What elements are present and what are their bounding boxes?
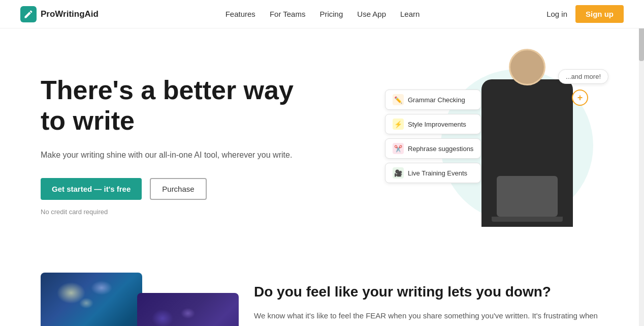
- rephrase-icon: ✂️: [393, 143, 404, 154]
- no-credit-card-text: No credit card required: [41, 208, 305, 216]
- person-body: [481, 79, 573, 227]
- hero-person: [471, 59, 583, 227]
- training-icon: 🎥: [393, 167, 404, 179]
- logo-text: ProWritingAid: [41, 9, 99, 19]
- nav-link-pricing[interactable]: Pricing: [319, 10, 343, 18]
- get-started-button[interactable]: Get started — it's free: [41, 178, 142, 200]
- feature-card-rephrase: ✂️ Rephrase suggestions: [385, 138, 481, 159]
- grammar-icon: ✏️: [393, 94, 404, 105]
- nav-item-for-teams[interactable]: For Teams: [270, 10, 306, 19]
- nav-link-for-teams[interactable]: For Teams: [270, 10, 306, 18]
- section-two-text: We know what it's like to feel the FEAR …: [254, 309, 603, 326]
- navbar: ProWritingAid Features For Teams Pricing…: [0, 0, 644, 28]
- painting-card-overlay: My idea in my head: [137, 293, 239, 326]
- feature-cards: ✏️ Grammar Checking ⚡ Style Improvements…: [385, 90, 481, 183]
- feature-card-style: ⚡ Style Improvements: [385, 114, 481, 134]
- hero-title: There's a better way to write: [41, 75, 305, 136]
- nav-link-use-app[interactable]: Use App: [357, 10, 386, 18]
- style-icon: ⚡: [393, 118, 404, 130]
- nav-link-features[interactable]: Features: [226, 10, 255, 18]
- nav-actions: Log in Sign up: [546, 5, 624, 23]
- hero-section: There's a better way to write Make your …: [0, 28, 644, 252]
- login-button[interactable]: Log in: [546, 10, 567, 18]
- nav-item-pricing[interactable]: Pricing: [319, 10, 343, 19]
- section-two-title: Do you feel like your writing lets you d…: [254, 283, 603, 301]
- feature-card-training-label: Live Training Events: [408, 169, 467, 177]
- hero-content: There's a better way to write Make your …: [41, 75, 305, 215]
- feature-card-rephrase-label: Rephrase suggestions: [408, 145, 473, 153]
- section-two: My idea in my head Do you feel like your…: [0, 252, 644, 326]
- hero-illustration: ✏️ Grammar Checking ⚡ Style Improvements…: [390, 59, 603, 232]
- and-more-badge: ...and more!: [558, 69, 608, 84]
- plus-badge: +: [572, 90, 588, 106]
- nav-link-learn[interactable]: Learn: [400, 10, 420, 18]
- nav-item-features[interactable]: Features: [226, 10, 255, 19]
- section-two-images: My idea in my head: [41, 273, 223, 326]
- feature-card-grammar: ✏️ Grammar Checking: [385, 90, 481, 110]
- hero-subtitle: Make your writing shine with our all-in-…: [41, 149, 305, 162]
- feature-card-grammar-label: Grammar Checking: [408, 96, 465, 104]
- nav-links: Features For Teams Pricing Use App Learn: [226, 10, 420, 19]
- person-laptop: [497, 176, 558, 217]
- hero-buttons: Get started — it's free Purchase: [41, 178, 305, 200]
- feature-card-training: 🎥 Live Training Events: [385, 163, 481, 183]
- signup-button[interactable]: Sign up: [575, 5, 624, 23]
- scrollbar-track[interactable]: [639, 0, 644, 326]
- feature-card-style-label: Style Improvements: [408, 121, 466, 128]
- logo-link[interactable]: ProWritingAid: [20, 6, 99, 22]
- person-head: [509, 49, 545, 85]
- logo-icon: [20, 6, 37, 22]
- nav-item-use-app[interactable]: Use App: [357, 10, 386, 19]
- painting-card-front: [41, 273, 142, 326]
- purchase-button[interactable]: Purchase: [150, 178, 206, 200]
- section-two-content: Do you feel like your writing lets you d…: [254, 273, 603, 326]
- logo-svg: [23, 9, 34, 19]
- nav-item-learn[interactable]: Learn: [400, 10, 420, 19]
